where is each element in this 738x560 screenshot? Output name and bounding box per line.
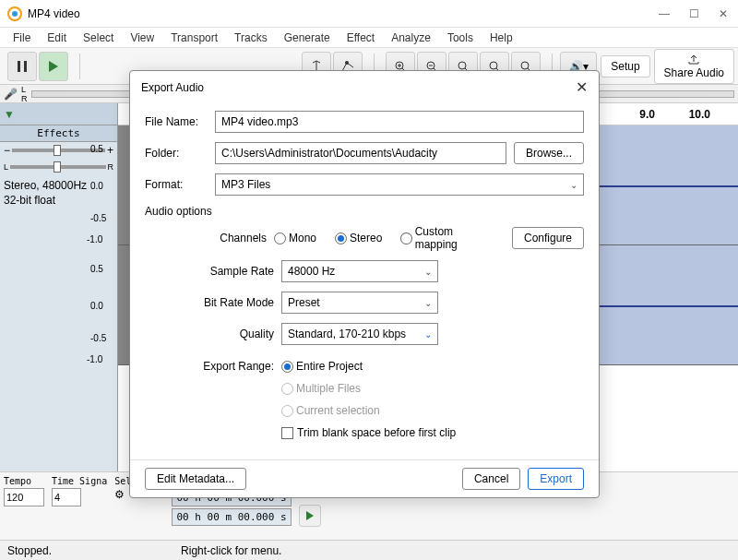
tempo-input[interactable] xyxy=(4,488,44,506)
filename-label: File Name: xyxy=(145,115,208,128)
menu-tools[interactable]: Tools xyxy=(440,30,481,46)
range-multiple-radio[interactable]: Multiple Files xyxy=(281,382,361,395)
audio-setup-button[interactable]: Setup xyxy=(601,55,649,77)
track-collapse-icon[interactable]: ▼ xyxy=(4,108,15,121)
maximize-button[interactable]: ☐ xyxy=(686,6,701,21)
selection-end-timecode[interactable]: 00 h 00 m 00.000 s xyxy=(172,508,291,526)
channel-mono-radio[interactable]: Mono xyxy=(274,232,316,244)
menu-tracks[interactable]: Tracks xyxy=(227,30,275,46)
sample-rate-label: Sample Rate xyxy=(145,265,274,278)
menu-help[interactable]: Help xyxy=(482,30,520,46)
status-right: Right-click for menu. xyxy=(181,544,281,557)
chevron-down-icon: ⌄ xyxy=(424,267,432,277)
svg-point-1 xyxy=(12,11,18,17)
export-button[interactable]: Export xyxy=(528,468,584,490)
ruler-tick: 10.0 xyxy=(689,108,710,121)
chevron-down-icon: ⌄ xyxy=(424,329,432,340)
folder-input[interactable] xyxy=(215,142,506,164)
effects-header[interactable]: Effects xyxy=(0,125,117,142)
share-icon xyxy=(687,54,700,65)
minimize-button[interactable]: — xyxy=(657,6,672,21)
channels-label: Channels xyxy=(145,232,267,244)
statusbar: Stopped. Right-click for menu. xyxy=(0,540,738,560)
cancel-button[interactable]: Cancel xyxy=(462,468,520,490)
folder-label: Folder: xyxy=(145,147,208,160)
quality-label: Quality xyxy=(145,328,274,340)
pan-slider[interactable] xyxy=(10,165,105,169)
gain-plus-icon: + xyxy=(107,144,113,157)
ruler-tick: 9.0 xyxy=(639,108,655,121)
app-logo-icon xyxy=(7,6,22,21)
quality-select[interactable]: Standard, 170-210 kbps⌄ xyxy=(281,323,438,345)
svg-rect-2 xyxy=(18,61,20,72)
pan-left-label: L xyxy=(4,162,8,172)
svg-marker-19 xyxy=(306,511,314,520)
timesig-input[interactable] xyxy=(52,488,81,506)
loop-play-button[interactable] xyxy=(299,505,321,527)
menu-transport[interactable]: Transport xyxy=(163,30,225,46)
chevron-down-icon: ⌄ xyxy=(570,180,577,190)
svg-point-13 xyxy=(458,62,466,69)
channel-stereo-radio[interactable]: Stereo xyxy=(335,232,382,244)
bitrate-mode-label: Bit Rate Mode xyxy=(145,296,274,309)
share-audio-button[interactable]: Share Audio xyxy=(654,49,734,84)
dialog-title: Export Audio xyxy=(141,81,576,94)
play-button[interactable] xyxy=(39,52,68,81)
channel-custom-radio[interactable]: Custom mapping xyxy=(400,225,494,251)
menu-edit[interactable]: Edit xyxy=(40,30,74,46)
format-label: Format: xyxy=(145,178,208,191)
svg-rect-3 xyxy=(24,61,27,72)
range-current-radio[interactable]: Current selection xyxy=(281,404,380,417)
export-audio-dialog: Export Audio ✕ File Name: Folder: Browse… xyxy=(129,70,600,498)
menu-effect[interactable]: Effect xyxy=(339,30,382,46)
menu-generate[interactable]: Generate xyxy=(277,30,338,46)
trim-checkbox[interactable]: Trim blank space before first clip xyxy=(281,426,456,439)
dialog-close-button[interactable]: ✕ xyxy=(576,78,588,96)
export-range-label: Export Range: xyxy=(145,360,274,373)
bitrate-mode-select[interactable]: Preset⌄ xyxy=(281,292,438,314)
status-left: Stopped. xyxy=(7,544,52,557)
filename-input[interactable] xyxy=(215,111,584,133)
pan-right-label: R xyxy=(108,162,114,172)
tempo-label: Tempo xyxy=(4,476,44,486)
menu-select[interactable]: Select xyxy=(76,30,121,46)
pause-button[interactable] xyxy=(7,52,37,81)
svg-point-15 xyxy=(490,62,497,69)
menu-file[interactable]: File xyxy=(6,30,38,46)
menu-analyze[interactable]: Analyze xyxy=(384,30,438,46)
audio-options-label: Audio options xyxy=(145,205,584,218)
configure-button[interactable]: Configure xyxy=(512,227,584,249)
timesig-label: Time Signa xyxy=(52,476,107,486)
menu-view[interactable]: View xyxy=(123,30,161,46)
svg-point-17 xyxy=(521,62,529,69)
format-select[interactable]: MP3 Files⌄ xyxy=(215,173,584,196)
range-entire-radio[interactable]: Entire Project xyxy=(281,360,363,373)
menubar: File Edit Select View Transport Tracks G… xyxy=(0,28,738,48)
edit-metadata-button[interactable]: Edit Metadata... xyxy=(145,468,246,490)
svg-point-5 xyxy=(345,61,349,65)
chevron-down-icon: ⌄ xyxy=(424,298,432,308)
meter-lr-label: LR xyxy=(21,85,28,103)
titlebar: MP4 video — ☐ ✕ xyxy=(0,0,738,28)
gain-minus-icon: − xyxy=(4,144,10,157)
browse-button[interactable]: Browse... xyxy=(514,142,584,164)
mic-icon: 🎤 xyxy=(4,88,18,101)
svg-marker-4 xyxy=(49,61,58,72)
close-button[interactable]: ✕ xyxy=(716,6,731,21)
window-title: MP4 video xyxy=(28,7,657,20)
sample-rate-select[interactable]: 48000 Hz⌄ xyxy=(281,260,438,282)
